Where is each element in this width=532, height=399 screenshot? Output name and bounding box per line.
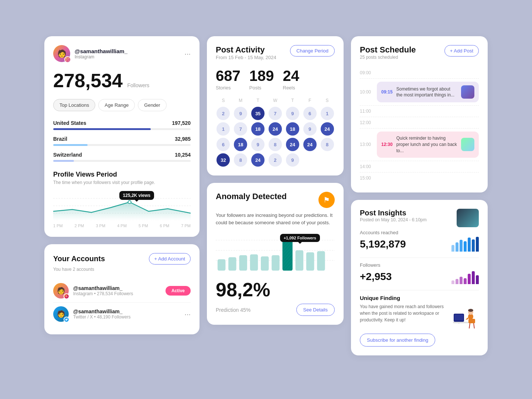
account-meta-twitter: Twitter / X • 48,190 Followers xyxy=(73,314,180,320)
profile-views-chart: 125,2K views xyxy=(53,191,191,228)
svg-rect-14 xyxy=(239,255,247,271)
svg-point-33 xyxy=(468,309,473,312)
change-period-button[interactable]: Change Period xyxy=(290,45,335,57)
cal-header-t2: T xyxy=(285,98,300,105)
stat-stories: 687 Stories xyxy=(216,68,241,91)
chart-label-3pm: 3 PM xyxy=(96,224,105,228)
see-details-button[interactable]: See Details xyxy=(296,304,335,316)
accounts-reached-chart xyxy=(451,237,479,252)
post-thumb-image-1 xyxy=(461,85,474,99)
divider-2 xyxy=(360,290,479,290)
accounts-subtitle: You have 2 accounts xyxy=(53,267,191,272)
scheduled-post-purple[interactable]: 09:15 Sometimes we forgot about the most… xyxy=(377,82,479,102)
stat-stories-label: Stories xyxy=(216,85,241,91)
cal-cell: 35 xyxy=(251,107,265,120)
cal-cell: 2 xyxy=(216,107,230,120)
post-thumbnail-2 xyxy=(461,138,474,151)
scheduled-post-pink[interactable]: 12:30 Quick reminder to having proper lu… xyxy=(377,132,479,157)
cal-cell: 18 xyxy=(286,122,299,136)
cal-cell: 7 xyxy=(269,107,282,120)
accounts-card: Your Accounts + Add Account You have 2 a… xyxy=(44,244,200,334)
mini-bar-p xyxy=(464,278,467,284)
svg-rect-17 xyxy=(272,255,279,271)
add-post-button[interactable]: + Add Post xyxy=(444,45,479,57)
cal-cell: 24 xyxy=(251,153,265,167)
location-bar-us xyxy=(53,128,191,130)
mini-bar xyxy=(472,239,475,252)
cal-cell: 8 xyxy=(321,138,334,151)
location-bar-brazil xyxy=(53,144,191,146)
time-label-1100: 11:00 xyxy=(360,109,373,114)
chart-tooltip: 125,2K views xyxy=(119,191,154,200)
accounts-title: Your Accounts xyxy=(53,255,105,263)
tab-age-range[interactable]: Age Range xyxy=(98,99,135,111)
account-more-options-button[interactable]: ··· xyxy=(184,310,191,318)
time-label-1000: 10:00 xyxy=(360,89,373,95)
mini-bar xyxy=(476,237,479,252)
location-count-brazil: 32,985 xyxy=(175,136,191,142)
post-text-1: Sometimes we forgot about the most impor… xyxy=(396,86,457,99)
cal-cell-empty xyxy=(303,153,317,167)
svg-rect-13 xyxy=(228,257,236,270)
profile-info: 🧑 @samanthawilliam_ Instagram xyxy=(53,45,127,62)
post-time-badge-2: 12:30 xyxy=(381,142,393,147)
account-meta-instagram: Instagram • 278,534 Followers xyxy=(73,291,161,296)
svg-line-30 xyxy=(474,323,474,328)
cal-cell: 6 xyxy=(303,107,317,120)
profile-header: 🧑 @samanthawilliam_ Instagram ··· xyxy=(53,45,191,62)
account-avatar-twitter: 🧑 xyxy=(53,306,69,322)
post-activity-title: Post Activity xyxy=(216,45,276,55)
post-insights-header: Post Insights Posted on May 10, 2024 - 6… xyxy=(360,209,479,228)
svg-rect-21 xyxy=(296,250,303,271)
followers-section-label: Followers xyxy=(360,262,479,268)
location-tabs: Top Locations Age Range Gender xyxy=(53,99,191,111)
chart-label-2pm: 2 PM xyxy=(75,224,84,228)
mini-bar-p xyxy=(456,279,458,284)
svg-rect-26 xyxy=(454,314,463,320)
active-badge: Active xyxy=(166,286,191,296)
location-name-us: United States xyxy=(53,120,86,126)
location-count-switzerland: 10,254 xyxy=(175,152,191,158)
time-row-1100: 11:00 xyxy=(360,106,479,117)
cal-cell: 18 xyxy=(234,138,247,151)
more-options-button[interactable]: ··· xyxy=(184,50,191,58)
time-label-1400: 14:00 xyxy=(360,164,373,169)
twitter-badge-icon xyxy=(64,317,69,323)
post-insights-thumbnail xyxy=(457,209,479,227)
tab-top-locations[interactable]: Top Locations xyxy=(53,99,95,111)
stat-posts: 189 Posts xyxy=(249,68,274,91)
chart-label-6pm: 6 PM xyxy=(160,224,170,228)
mini-bar-p xyxy=(451,280,454,284)
cal-header-t1: T xyxy=(250,98,266,105)
svg-point-8 xyxy=(66,296,67,297)
post-time-badge-1: 09:15 xyxy=(381,89,393,95)
tab-gender[interactable]: Gender xyxy=(138,99,166,111)
location-count-us: 197,520 xyxy=(172,120,191,126)
subscribe-button[interactable]: Subscribe for another finding xyxy=(360,334,435,347)
time-label-1200: 12:00 xyxy=(360,120,373,125)
svg-rect-23 xyxy=(317,251,325,271)
cal-cell: 18 xyxy=(251,122,265,136)
mini-bar-p xyxy=(460,277,463,284)
unique-finding-section: Unique Finding You have gained more reac… xyxy=(360,295,479,347)
anomaly-prediction-label: Prediction 45% xyxy=(216,307,250,313)
cal-cell: 9 xyxy=(286,107,299,120)
schedule-timeline: 09:00 10:00 09:15 Sometimes we forgot ab… xyxy=(360,67,479,183)
post-thumbnail-1 xyxy=(461,85,474,99)
svg-point-7 xyxy=(129,201,131,203)
location-brazil: Brazil 32,985 xyxy=(53,136,191,146)
account-avatar-instagram: 🧑 xyxy=(53,283,69,299)
mini-bar-p xyxy=(468,274,471,284)
account-item-instagram: 🧑 @samanthawilliam_ Instagram • 278,534 … xyxy=(53,279,191,302)
accounts-reached-row: 5,192,879 xyxy=(360,237,479,252)
post-activity-title-wrap: Post Activity From 15 Feb - 15 May, 2024 xyxy=(216,45,276,66)
svg-line-29 xyxy=(469,323,470,328)
profile-username: @samanthawilliam_ xyxy=(75,48,127,54)
followers-row: 278,534 Followers xyxy=(53,69,191,92)
right-column: Post Schedule 25 posts scheduled + Add P… xyxy=(351,36,488,355)
cal-cell: 24 xyxy=(286,138,299,151)
add-account-button[interactable]: + Add Account xyxy=(149,253,191,265)
post-insights-card: Post Insights Posted on May 10, 2024 - 6… xyxy=(351,200,488,355)
platform-badge xyxy=(64,56,71,63)
chart-label-1pm: 1 PM xyxy=(53,224,63,228)
